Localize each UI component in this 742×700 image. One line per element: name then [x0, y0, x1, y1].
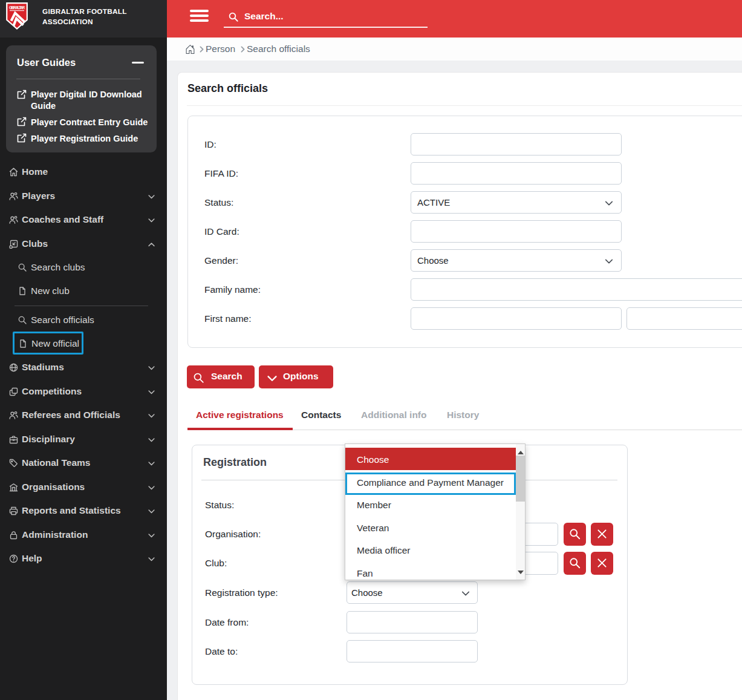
- svg-text:GIBRALTAR: GIBRALTAR: [9, 5, 25, 10]
